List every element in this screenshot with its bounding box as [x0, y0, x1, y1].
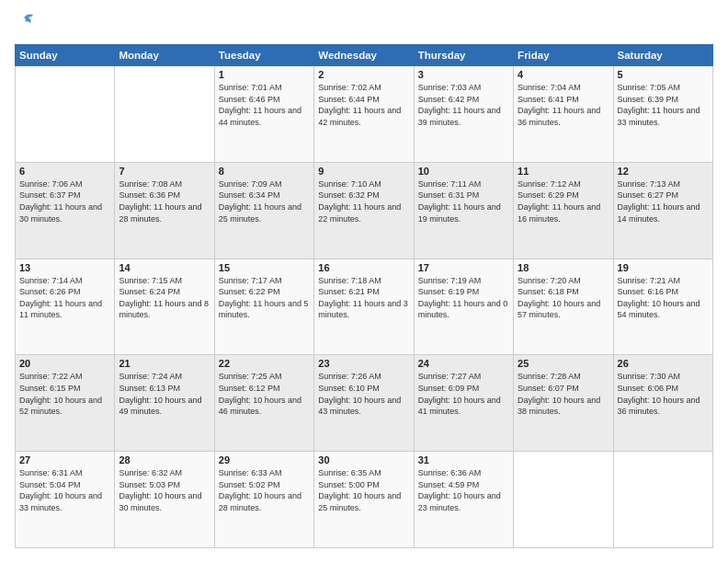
- calendar-cell: 27Sunrise: 6:31 AM Sunset: 5:04 PM Dayli…: [16, 452, 115, 548]
- day-info: Sunrise: 7:10 AM Sunset: 6:32 PM Dayligh…: [318, 178, 409, 224]
- calendar-cell: 26Sunrise: 7:30 AM Sunset: 6:06 PM Dayli…: [613, 355, 712, 452]
- calendar-cell: 25Sunrise: 7:28 AM Sunset: 6:07 PM Dayli…: [514, 355, 613, 452]
- day-number: 31: [418, 454, 509, 465]
- day-info: Sunrise: 7:26 AM Sunset: 6:10 PM Dayligh…: [318, 371, 409, 417]
- day-info: Sunrise: 7:25 AM Sunset: 6:12 PM Dayligh…: [219, 371, 310, 417]
- day-info: Sunrise: 7:01 AM Sunset: 6:46 PM Dayligh…: [219, 82, 310, 128]
- day-info: Sunrise: 7:02 AM Sunset: 6:44 PM Dayligh…: [318, 82, 409, 128]
- weekday-header-monday: Monday: [115, 45, 214, 66]
- day-number: 24: [418, 358, 509, 369]
- week-row-2: 6Sunrise: 7:06 AM Sunset: 6:37 PM Daylig…: [16, 162, 713, 259]
- logo: [15, 15, 39, 35]
- day-info: Sunrise: 7:03 AM Sunset: 6:42 PM Dayligh…: [418, 82, 509, 128]
- calendar-cell: 3Sunrise: 7:03 AM Sunset: 6:42 PM Daylig…: [414, 66, 513, 163]
- calendar-cell: 2Sunrise: 7:02 AM Sunset: 6:44 PM Daylig…: [314, 66, 414, 163]
- calendar-cell: 7Sunrise: 7:08 AM Sunset: 6:36 PM Daylig…: [115, 162, 214, 259]
- calendar-cell: 31Sunrise: 6:36 AM Sunset: 4:59 PM Dayli…: [414, 452, 513, 548]
- day-number: 20: [19, 358, 110, 369]
- calendar-cell: 11Sunrise: 7:12 AM Sunset: 6:29 PM Dayli…: [514, 162, 613, 259]
- calendar-cell: 15Sunrise: 7:17 AM Sunset: 6:22 PM Dayli…: [214, 259, 313, 355]
- calendar-cell: 20Sunrise: 7:22 AM Sunset: 6:15 PM Dayli…: [16, 355, 115, 452]
- day-number: 2: [318, 69, 409, 80]
- day-number: 12: [618, 166, 709, 177]
- day-number: 10: [418, 166, 509, 177]
- weekday-header-friday: Friday: [514, 45, 613, 66]
- day-info: Sunrise: 6:36 AM Sunset: 4:59 PM Dayligh…: [418, 467, 509, 513]
- logo-bird-icon: [18, 11, 39, 35]
- calendar-cell: 19Sunrise: 7:21 AM Sunset: 6:16 PM Dayli…: [613, 259, 712, 355]
- day-info: Sunrise: 7:13 AM Sunset: 6:27 PM Dayligh…: [618, 178, 709, 224]
- calendar-cell: 9Sunrise: 7:10 AM Sunset: 6:32 PM Daylig…: [314, 162, 414, 259]
- day-info: Sunrise: 6:35 AM Sunset: 5:00 PM Dayligh…: [318, 467, 409, 513]
- day-info: Sunrise: 7:15 AM Sunset: 6:24 PM Dayligh…: [119, 275, 210, 321]
- day-number: 18: [518, 262, 609, 273]
- calendar-cell: 1Sunrise: 7:01 AM Sunset: 6:46 PM Daylig…: [214, 66, 313, 163]
- day-info: Sunrise: 7:24 AM Sunset: 6:13 PM Dayligh…: [119, 371, 210, 417]
- day-info: Sunrise: 7:06 AM Sunset: 6:37 PM Dayligh…: [19, 178, 110, 224]
- day-number: 29: [219, 454, 310, 465]
- day-number: 23: [318, 358, 409, 369]
- day-info: Sunrise: 7:22 AM Sunset: 6:15 PM Dayligh…: [19, 371, 110, 417]
- header: [15, 15, 713, 35]
- day-number: 27: [19, 454, 110, 465]
- day-info: Sunrise: 7:28 AM Sunset: 6:07 PM Dayligh…: [518, 371, 609, 417]
- day-number: 3: [418, 69, 509, 80]
- calendar-cell: 8Sunrise: 7:09 AM Sunset: 6:34 PM Daylig…: [214, 162, 313, 259]
- day-info: Sunrise: 6:31 AM Sunset: 5:04 PM Dayligh…: [19, 467, 110, 513]
- day-info: Sunrise: 7:09 AM Sunset: 6:34 PM Dayligh…: [219, 178, 310, 224]
- day-info: Sunrise: 7:30 AM Sunset: 6:06 PM Dayligh…: [618, 371, 709, 417]
- day-info: Sunrise: 7:14 AM Sunset: 6:26 PM Dayligh…: [19, 275, 110, 321]
- day-number: 13: [19, 262, 110, 273]
- day-info: Sunrise: 7:05 AM Sunset: 6:39 PM Dayligh…: [618, 82, 709, 128]
- calendar-cell: 29Sunrise: 6:33 AM Sunset: 5:02 PM Dayli…: [214, 452, 313, 548]
- day-number: 21: [119, 358, 210, 369]
- calendar-cell: [514, 452, 613, 548]
- day-info: Sunrise: 7:21 AM Sunset: 6:16 PM Dayligh…: [618, 275, 709, 321]
- day-info: Sunrise: 6:32 AM Sunset: 5:03 PM Dayligh…: [119, 467, 210, 513]
- day-info: Sunrise: 6:33 AM Sunset: 5:02 PM Dayligh…: [219, 467, 310, 513]
- day-info: Sunrise: 7:12 AM Sunset: 6:29 PM Dayligh…: [518, 178, 609, 224]
- day-info: Sunrise: 7:11 AM Sunset: 6:31 PM Dayligh…: [418, 178, 509, 224]
- calendar-cell: 24Sunrise: 7:27 AM Sunset: 6:09 PM Dayli…: [414, 355, 513, 452]
- weekday-header-wednesday: Wednesday: [314, 45, 414, 66]
- day-info: Sunrise: 7:04 AM Sunset: 6:41 PM Dayligh…: [518, 82, 609, 128]
- week-row-1: 1Sunrise: 7:01 AM Sunset: 6:46 PM Daylig…: [16, 66, 713, 163]
- weekday-header-saturday: Saturday: [613, 45, 712, 66]
- calendar-cell: 12Sunrise: 7:13 AM Sunset: 6:27 PM Dayli…: [613, 162, 712, 259]
- calendar-cell: 22Sunrise: 7:25 AM Sunset: 6:12 PM Dayli…: [214, 355, 313, 452]
- day-number: 7: [119, 166, 210, 177]
- calendar-cell: 4Sunrise: 7:04 AM Sunset: 6:41 PM Daylig…: [514, 66, 613, 163]
- day-number: 11: [518, 166, 609, 177]
- day-number: 26: [618, 358, 709, 369]
- day-number: 5: [618, 69, 709, 80]
- day-number: 19: [618, 262, 709, 273]
- day-info: Sunrise: 7:20 AM Sunset: 6:18 PM Dayligh…: [518, 275, 609, 321]
- day-number: 6: [19, 166, 110, 177]
- calendar-cell: 6Sunrise: 7:06 AM Sunset: 6:37 PM Daylig…: [16, 162, 115, 259]
- day-number: 16: [318, 262, 409, 273]
- day-number: 9: [318, 166, 409, 177]
- day-info: Sunrise: 7:18 AM Sunset: 6:21 PM Dayligh…: [318, 275, 409, 321]
- calendar-cell: [16, 66, 115, 163]
- day-number: 30: [318, 454, 409, 465]
- calendar-cell: 21Sunrise: 7:24 AM Sunset: 6:13 PM Dayli…: [115, 355, 214, 452]
- day-number: 15: [219, 262, 310, 273]
- calendar-cell: 14Sunrise: 7:15 AM Sunset: 6:24 PM Dayli…: [115, 259, 214, 355]
- calendar-cell: [115, 66, 214, 163]
- week-row-5: 27Sunrise: 6:31 AM Sunset: 5:04 PM Dayli…: [16, 452, 713, 548]
- calendar-cell: 16Sunrise: 7:18 AM Sunset: 6:21 PM Dayli…: [314, 259, 414, 355]
- calendar-table: SundayMondayTuesdayWednesdayThursdayFrid…: [15, 44, 713, 548]
- day-number: 22: [219, 358, 310, 369]
- calendar-cell: 18Sunrise: 7:20 AM Sunset: 6:18 PM Dayli…: [514, 259, 613, 355]
- day-number: 25: [518, 358, 609, 369]
- day-number: 8: [219, 166, 310, 177]
- day-number: 14: [119, 262, 210, 273]
- calendar-cell: 28Sunrise: 6:32 AM Sunset: 5:03 PM Dayli…: [115, 452, 214, 548]
- calendar-cell: 23Sunrise: 7:26 AM Sunset: 6:10 PM Dayli…: [314, 355, 414, 452]
- calendar-cell: 13Sunrise: 7:14 AM Sunset: 6:26 PM Dayli…: [16, 259, 115, 355]
- weekday-header-tuesday: Tuesday: [214, 45, 313, 66]
- day-info: Sunrise: 7:19 AM Sunset: 6:19 PM Dayligh…: [418, 275, 509, 321]
- weekday-header-row: SundayMondayTuesdayWednesdayThursdayFrid…: [16, 45, 713, 66]
- day-info: Sunrise: 7:27 AM Sunset: 6:09 PM Dayligh…: [418, 371, 509, 417]
- weekday-header-sunday: Sunday: [16, 45, 115, 66]
